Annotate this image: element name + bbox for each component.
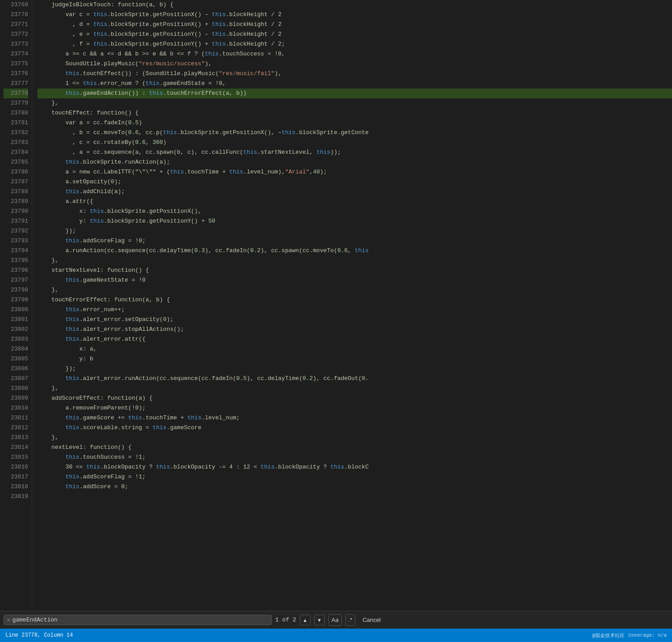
code-line: this.addChild(a);	[38, 187, 672, 197]
line-number: 23788	[4, 187, 28, 197]
line-number: 23796	[4, 266, 28, 275]
line-number: 23813	[4, 433, 28, 443]
line-column-indicator: Line 23778, Column 14	[5, 632, 73, 638]
code-line: },	[38, 256, 672, 266]
code-line: a = new cc.LabelTTF("\"\"" + (this.touch…	[38, 167, 672, 177]
line-number: 23808	[4, 384, 28, 393]
code-line: y: b	[38, 354, 672, 364]
line-number: 23815	[4, 452, 28, 462]
line-number: 23800	[4, 305, 28, 315]
line-number: 23802	[4, 325, 28, 334]
code-line: , f = this.blockSprite.getPositionY() + …	[38, 39, 672, 49]
line-number: 23809	[4, 393, 28, 403]
community-tag: @掘金技术社区	[592, 632, 625, 639]
code-line: this.alert_error.runAction(cc.sequence(c…	[38, 374, 672, 384]
status-right: @掘金技术社区 Coverage: n/a	[592, 632, 667, 639]
code-line: this.touchSuccess = !1;	[38, 452, 672, 462]
code-line: this.touchEffect()) : (SoundUtile.playMu…	[38, 69, 672, 79]
search-cancel-button[interactable]: Cancel	[359, 616, 384, 624]
code-line: a.attr({	[38, 197, 672, 207]
line-number: 23814	[4, 443, 28, 452]
line-number: 23777	[4, 79, 28, 89]
line-number: 23803	[4, 334, 28, 344]
line-number: 23784	[4, 148, 28, 157]
search-regex-button[interactable]: .*	[345, 614, 356, 626]
line-number: 23785	[4, 157, 28, 167]
code-line: , a = cc.sequence(a, cc.spawn(b, c), cc.…	[38, 148, 672, 157]
code-line: this.gameScore += this.touchTime + this.…	[38, 413, 672, 423]
code-line: });	[38, 226, 672, 236]
line-number: 23774	[4, 49, 28, 59]
code-line: var a = cc.fadeIn(0.5)	[38, 118, 672, 128]
line-number: 23801	[4, 315, 28, 325]
code-container: 2376923770237712377223773237742377523776…	[0, 0, 672, 611]
line-number: 23769	[4, 0, 28, 10]
editor-area: 2376923770237712377223773237742377523776…	[0, 0, 672, 611]
code-line: a.removeFromParent(!0);	[38, 403, 672, 413]
search-input-wrap: ✕	[4, 615, 272, 625]
code-line: addScoreEffect: function(a) {	[38, 393, 672, 403]
line-number: 23771	[4, 20, 28, 30]
code-line: this.error_num++;	[38, 305, 672, 315]
code-line: SoundUtile.playMusic("res/music/success"…	[38, 59, 672, 69]
code-line: this.addScore = 0;	[38, 482, 672, 492]
code-line: this.gameEndAction()) : this.touchErrorE…	[38, 89, 672, 98]
code-content[interactable]: judgeIsBlockTouch: function(a, b) { var …	[32, 0, 672, 611]
code-line: this.gameNextState = !0	[38, 275, 672, 285]
line-number: 23806	[4, 364, 28, 374]
line-number: 23782	[4, 128, 28, 138]
search-next-button[interactable]: ▼	[314, 615, 325, 625]
code-line	[38, 492, 672, 502]
search-case-sensitive-button[interactable]: Aa	[328, 614, 342, 626]
line-number: 23812	[4, 423, 28, 433]
search-prev-button[interactable]: ▲	[300, 615, 311, 625]
code-line: },	[38, 384, 672, 393]
line-number: 23775	[4, 59, 28, 69]
code-line: touchEffect: function() {	[38, 108, 672, 118]
status-left: Line 23778, Column 14	[5, 632, 73, 638]
code-line: y: this.blockSprite.getPositionY() + 50	[38, 216, 672, 226]
line-numbers: 2376923770237712377223773237742377523776…	[0, 0, 32, 611]
line-number: 23789	[4, 197, 28, 207]
line-number: 23790	[4, 207, 28, 216]
code-line: },	[38, 285, 672, 295]
line-number: 23817	[4, 472, 28, 482]
search-clear-icon[interactable]: ✕	[7, 616, 10, 624]
code-line: this.alert_error.setOpacity(0);	[38, 315, 672, 325]
line-number: 23810	[4, 403, 28, 413]
code-line: this.addScoreFlag = !1;	[38, 472, 672, 482]
line-number: 23781	[4, 118, 28, 128]
line-number: 23794	[4, 246, 28, 256]
code-line: judgeIsBlockTouch: function(a, b) {	[38, 0, 672, 10]
line-number: 23791	[4, 216, 28, 226]
line-number: 23772	[4, 30, 28, 39]
line-number: 23805	[4, 354, 28, 364]
line-number: 23786	[4, 167, 28, 177]
code-line: },	[38, 433, 672, 443]
code-line: startNextLevel: function() {	[38, 266, 672, 275]
search-count: 1 of 2	[275, 617, 296, 623]
code-line: });	[38, 364, 672, 374]
code-line: },	[38, 98, 672, 108]
line-number: 23779	[4, 98, 28, 108]
code-line: this.scoreLable.string = this.gameScore	[38, 423, 672, 433]
line-number: 23780	[4, 108, 28, 118]
line-number: 23818	[4, 482, 28, 492]
code-line: this.blockSprite.runAction(a);	[38, 157, 672, 167]
line-number: 23797	[4, 275, 28, 285]
code-line: a >= c && a <= d && b >= e && b <= f ? (…	[38, 49, 672, 59]
code-line: nextLevel: function() {	[38, 443, 672, 452]
line-number: 23773	[4, 39, 28, 49]
line-number: 23770	[4, 10, 28, 20]
line-number: 23778	[4, 89, 28, 98]
line-number: 23819	[4, 492, 28, 502]
code-line: var c = this.blockSprite.getPositionX() …	[38, 10, 672, 20]
search-input[interactable]	[12, 617, 269, 623]
code-line: this.addScoreFlag = !0;	[38, 236, 672, 246]
code-line: 30 <= this.blockOpacity ? this.blockOpac…	[38, 462, 672, 472]
line-number: 23783	[4, 138, 28, 148]
line-number: 23799	[4, 295, 28, 305]
code-line: , c = cc.rotateBy(0.6, 360)	[38, 138, 672, 148]
code-line: touchErrorEffect: function(a, b) {	[38, 295, 672, 305]
line-number: 23816	[4, 462, 28, 472]
